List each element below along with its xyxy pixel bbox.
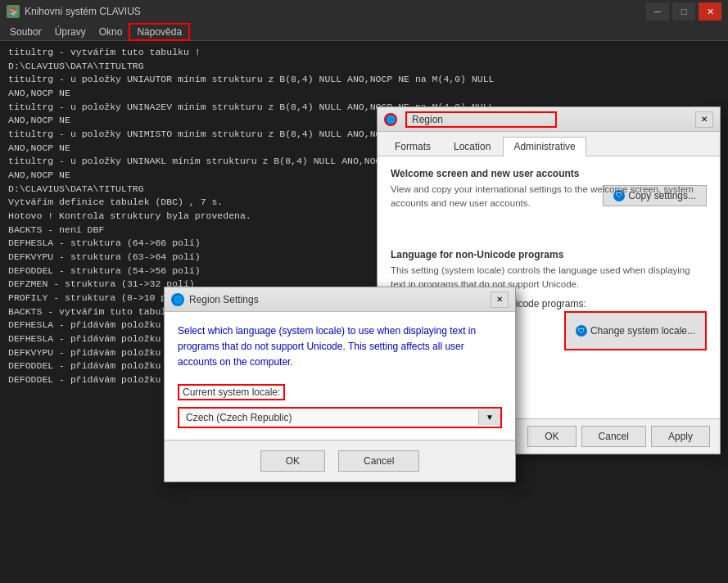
- rs-titlebar: 🌐 Region Settings ✕: [165, 287, 515, 312]
- region-dialog-icon: 🌐: [384, 113, 397, 126]
- menu-soubor[interactable]: Soubor: [3, 25, 48, 39]
- region-ok-button[interactable]: OK: [527, 426, 576, 447]
- change-locale-label: Change system locale...: [590, 325, 695, 337]
- region-dialog-title: Region: [405, 111, 557, 128]
- rs-dialog-icon: 🌐: [171, 293, 184, 306]
- region-dialog-close[interactable]: ✕: [695, 111, 713, 128]
- rs-dialog-title: Region Settings: [189, 294, 491, 305]
- rs-content: Select which language (system locale) to…: [165, 312, 515, 440]
- app-icon: 📚: [7, 5, 20, 18]
- app-title: Knihovní systém CLAVIUS: [25, 6, 646, 17]
- unicode-section-title: Language for non-Unicode programs: [391, 249, 707, 260]
- tab-location[interactable]: Location: [443, 137, 501, 156]
- rs-locale-label: Current system locale:: [178, 384, 285, 400]
- tab-formats[interactable]: Formats: [384, 137, 441, 156]
- terminal-line: titultrg - u položky UNIAUTOR míním stru…: [8, 73, 516, 100]
- locale-icon: 🛡: [576, 325, 587, 337]
- rs-locale-dropdown[interactable]: Czech (Czech Republic) English (United S…: [179, 409, 478, 427]
- menu-upravy[interactable]: Úpravy: [48, 25, 93, 39]
- rs-description: Select which language (system locale) to…: [178, 323, 502, 371]
- region-settings-dialog: 🌐 Region Settings ✕ Select which languag…: [164, 287, 516, 482]
- rs-dropdown-arrow-icon[interactable]: ▼: [478, 409, 500, 425]
- close-button[interactable]: ✕: [699, 2, 721, 20]
- rs-dropdown-wrap[interactable]: Czech (Czech Republic) English (United S…: [178, 407, 502, 428]
- rs-desc-text1: Select which language (system locale) to…: [178, 325, 476, 368]
- rs-locale-label-wrap: Current system locale:: [178, 384, 502, 404]
- region-tabs: Formats Location Administrative: [378, 132, 720, 156]
- title-bar: 📚 Knihovní systém CLAVIUS ─ □ ✕: [0, 0, 728, 23]
- rs-close-button[interactable]: ✕: [491, 292, 509, 308]
- rs-desc-link[interactable]: computer.: [250, 356, 293, 368]
- change-system-locale-button[interactable]: 🛡 Change system locale...: [564, 311, 707, 350]
- terminal-line: titultrg - vytvářím tuto tabulku !: [8, 46, 516, 60]
- tab-administrative[interactable]: Administrative: [503, 137, 586, 156]
- region-dialog-titlebar: 🌐 Region ✕: [378, 107, 720, 132]
- window-controls: ─ □ ✕: [646, 2, 721, 20]
- welcome-section-title: Welcome screen and new user accounts: [391, 168, 707, 179]
- minimize-button[interactable]: ─: [646, 2, 669, 20]
- rs-footer: OK Cancel: [165, 440, 515, 481]
- region-cancel-button[interactable]: Cancel: [581, 426, 646, 447]
- terminal-line: D:\CLAVIUS\DATA\TITULTRG: [8, 60, 516, 74]
- region-apply-button[interactable]: Apply: [651, 426, 710, 447]
- app-window: 📚 Knihovní systém CLAVIUS ─ □ ✕ Soubor Ú…: [0, 0, 728, 583]
- menu-okno[interactable]: Okno: [93, 25, 129, 39]
- menu-napoveda[interactable]: Nápověda: [129, 23, 190, 41]
- menu-bar: Soubor Úpravy Okno Nápověda: [0, 23, 728, 41]
- rs-cancel-button[interactable]: Cancel: [338, 450, 419, 472]
- rs-ok-button[interactable]: OK: [260, 450, 325, 472]
- maximize-button[interactable]: □: [672, 2, 695, 20]
